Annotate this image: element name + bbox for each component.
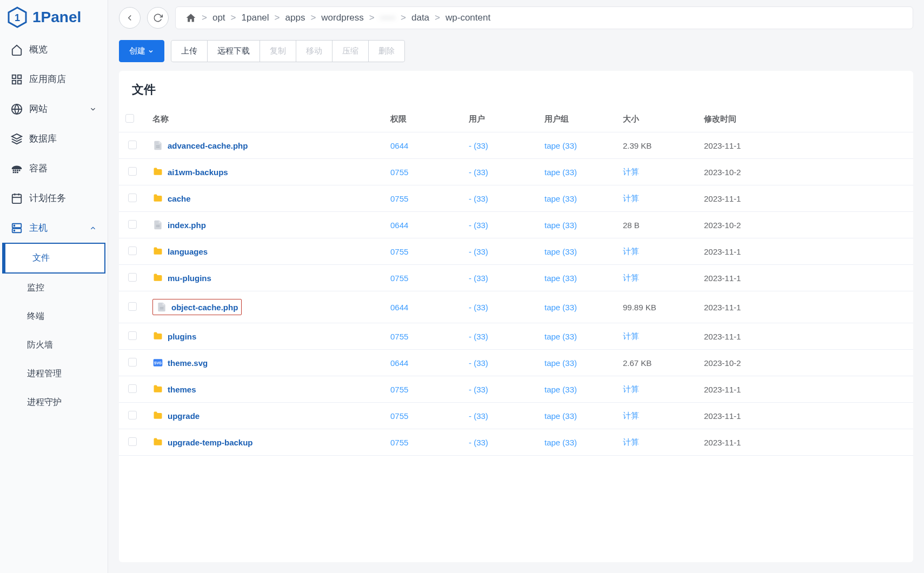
file-user-link[interactable]: - (33) (469, 358, 488, 368)
file-group-link[interactable]: tape (33) (544, 194, 577, 203)
copy-button[interactable]: 复制 (260, 40, 296, 62)
file-perm-link[interactable]: 0755 (390, 332, 408, 341)
sidebar-item-files[interactable]: 文件 (2, 243, 105, 274)
file-group-link[interactable]: tape (33) (544, 303, 577, 312)
row-checkbox[interactable] (128, 194, 137, 202)
file-group-link[interactable]: tape (33) (544, 332, 577, 341)
table-header-group[interactable]: 用户组 (538, 106, 616, 132)
file-user-link[interactable]: - (33) (469, 303, 488, 312)
select-all-checkbox[interactable] (125, 114, 134, 123)
compute-size-link[interactable]: 计算 (623, 331, 639, 341)
row-checkbox[interactable] (128, 246, 137, 255)
logo[interactable]: 1 1Panel (0, 0, 108, 35)
file-group-link[interactable]: tape (33) (544, 358, 577, 368)
file-user-link[interactable]: - (33) (469, 194, 488, 203)
file-user-link[interactable]: - (33) (469, 247, 488, 256)
file-name-link[interactable]: upgrade-temp-backup (152, 437, 377, 448)
file-name-link[interactable]: languages (152, 246, 377, 257)
file-perm-link[interactable]: 0755 (390, 247, 408, 256)
file-user-link[interactable]: - (33) (469, 221, 488, 230)
row-checkbox[interactable] (128, 302, 137, 311)
sidebar-item-database[interactable]: 数据库 (0, 124, 108, 154)
sidebar-item-appstore[interactable]: 应用商店 (0, 64, 108, 94)
sidebar-item-monitor[interactable]: 监控 (0, 274, 108, 302)
table-header-name[interactable]: 名称 (146, 106, 384, 132)
breadcrumb-item-blurred[interactable]: ······ (380, 12, 395, 23)
sidebar-item-firewall[interactable]: 防火墙 (0, 331, 108, 359)
file-group-link[interactable]: tape (33) (544, 247, 577, 256)
compute-size-link[interactable]: 计算 (623, 167, 639, 176)
row-checkbox[interactable] (128, 437, 137, 446)
file-user-link[interactable]: - (33) (469, 438, 488, 447)
delete-button[interactable]: 删除 (369, 40, 405, 62)
sidebar-item-process[interactable]: 进程管理 (0, 359, 108, 388)
file-name-link[interactable]: object-cache.php (152, 299, 242, 315)
file-user-link[interactable]: - (33) (469, 385, 488, 394)
sidebar-item-terminal[interactable]: 终端 (0, 302, 108, 331)
breadcrumb-item[interactable]: wordpress (321, 12, 363, 23)
file-perm-link[interactable]: 0644 (390, 141, 408, 150)
remote-download-button[interactable]: 远程下载 (208, 40, 260, 62)
sidebar-item-host[interactable]: 主机 (0, 213, 108, 243)
sidebar-item-container[interactable]: 容器 (0, 154, 108, 183)
move-button[interactable]: 移动 (296, 40, 333, 62)
file-perm-link[interactable]: 0644 (390, 221, 408, 230)
file-name-link[interactable]: index.php (152, 219, 377, 230)
row-checkbox[interactable] (128, 384, 137, 393)
row-checkbox[interactable] (128, 331, 137, 340)
file-group-link[interactable]: tape (33) (544, 168, 577, 177)
file-perm-link[interactable]: 0644 (390, 358, 408, 368)
file-name-link[interactable]: themes (152, 384, 377, 395)
file-perm-link[interactable]: 0755 (390, 385, 408, 394)
compute-size-link[interactable]: 计算 (623, 437, 639, 447)
file-perm-link[interactable]: 0755 (390, 438, 408, 447)
file-perm-link[interactable]: 0755 (390, 168, 408, 177)
file-perm-link[interactable]: 0755 (390, 194, 408, 203)
compute-size-link[interactable]: 计算 (623, 246, 639, 256)
sidebar-item-overview[interactable]: 概览 (0, 35, 108, 64)
breadcrumb-item[interactable]: 1panel (242, 12, 269, 23)
file-perm-link[interactable]: 0755 (390, 274, 408, 283)
compute-size-link[interactable]: 计算 (623, 273, 639, 282)
table-header-perm[interactable]: 权限 (384, 106, 462, 132)
file-name-link[interactable]: cache (152, 193, 377, 204)
file-name-link[interactable]: ai1wm-backups (152, 166, 377, 177)
file-user-link[interactable]: - (33) (469, 141, 488, 150)
row-checkbox[interactable] (128, 220, 137, 229)
file-name-link[interactable]: plugins (152, 331, 377, 342)
file-group-link[interactable]: tape (33) (544, 141, 577, 150)
breadcrumb-item[interactable]: data (411, 12, 429, 23)
file-group-link[interactable]: tape (33) (544, 221, 577, 230)
breadcrumb-item[interactable]: opt (212, 12, 225, 23)
file-group-link[interactable]: tape (33) (544, 438, 577, 447)
back-button[interactable] (119, 7, 141, 29)
file-name-link[interactable]: SVGtheme.svg (152, 357, 377, 368)
refresh-button[interactable] (147, 7, 169, 29)
file-group-link[interactable]: tape (33) (544, 274, 577, 283)
home-icon[interactable] (185, 12, 196, 23)
file-user-link[interactable]: - (33) (469, 168, 488, 177)
file-perm-link[interactable]: 0644 (390, 303, 408, 312)
sidebar-item-website[interactable]: 网站 (0, 94, 108, 124)
file-user-link[interactable]: - (33) (469, 332, 488, 341)
file-user-link[interactable]: - (33) (469, 274, 488, 283)
create-button[interactable]: 创建 (119, 40, 164, 62)
table-header-user[interactable]: 用户 (462, 106, 538, 132)
table-header-size[interactable]: 大小 (616, 106, 697, 132)
row-checkbox[interactable] (128, 167, 137, 176)
sidebar-item-cron[interactable]: 计划任务 (0, 183, 108, 213)
file-user-link[interactable]: - (33) (469, 411, 488, 421)
file-name-link[interactable]: advanced-cache.php (152, 140, 377, 151)
compute-size-link[interactable]: 计算 (623, 384, 639, 394)
file-group-link[interactable]: tape (33) (544, 385, 577, 394)
file-name-link[interactable]: upgrade (152, 410, 377, 421)
row-checkbox[interactable] (128, 273, 137, 282)
file-name-link[interactable]: mu-plugins (152, 272, 377, 283)
compute-size-link[interactable]: 计算 (623, 411, 639, 420)
file-group-link[interactable]: tape (33) (544, 411, 577, 421)
table-header-mtime[interactable]: 修改时间 (697, 106, 913, 132)
sidebar-item-supervisor[interactable]: 进程守护 (0, 388, 108, 417)
breadcrumb-item[interactable]: wp-content (446, 12, 490, 23)
upload-button[interactable]: 上传 (171, 40, 208, 62)
breadcrumb-item[interactable]: apps (285, 12, 305, 23)
